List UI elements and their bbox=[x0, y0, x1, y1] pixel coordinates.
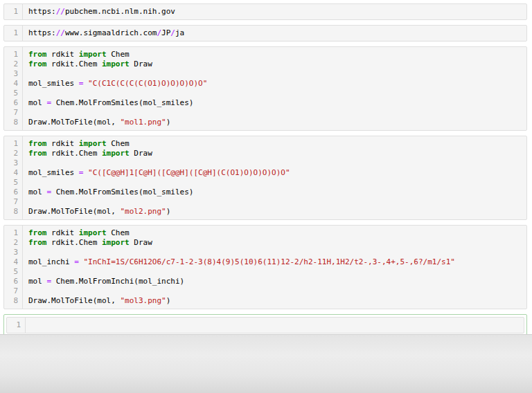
code-editor[interactable]: from rdkit import Chemfrom rdkit.Chem im… bbox=[23, 226, 526, 309]
line-number: 6 bbox=[4, 98, 18, 108]
line-number-gutter: 12345678 bbox=[4, 226, 23, 309]
line-number: 4 bbox=[4, 257, 18, 267]
code-line bbox=[28, 69, 521, 79]
code-line: mol = Chem.MolFromSmiles(mol_smiles) bbox=[28, 188, 521, 197]
code-cell[interactable]: 1https://www.sigmaaldrich.com/JP/ja bbox=[3, 25, 527, 42]
code-cell[interactable]: 12345678from rdkit import Chemfrom rdkit… bbox=[3, 225, 527, 309]
code-line: from rdkit.Chem import Draw bbox=[28, 60, 521, 69]
line-number: 6 bbox=[4, 277, 18, 286]
code-token-plain: rdkit bbox=[47, 139, 79, 148]
code-line: mol_smiles = "C(C1C(C(C(C(O1)O)O)O)O)O" bbox=[28, 79, 521, 89]
code-editor[interactable]: from rdkit import Chemfrom rdkit.Chem im… bbox=[23, 136, 526, 219]
code-token-plain: Chem.MolFromSmiles(mol_smiles) bbox=[51, 98, 193, 107]
code-line: from rdkit import Chem bbox=[28, 139, 521, 149]
code-token-keyword: from bbox=[28, 238, 47, 247]
code-token-operator: / bbox=[170, 28, 175, 37]
code-token-plain: JP bbox=[161, 28, 170, 37]
line-number: 8 bbox=[4, 207, 18, 217]
code-line bbox=[28, 178, 521, 188]
code-token-plain: rdkit bbox=[47, 50, 79, 59]
code-token-plain: Draw.MolToFile(mol, bbox=[28, 296, 120, 305]
code-token-keyword: from bbox=[28, 60, 47, 68]
code-token-plain: rdkit.Chem bbox=[47, 238, 102, 247]
code-token-plain: Chem bbox=[107, 228, 130, 237]
code-editor[interactable]: https://pubchem.ncbi.nlm.nih.gov bbox=[23, 4, 526, 19]
line-number: 1 bbox=[4, 7, 18, 17]
code-token-plain: Chem bbox=[107, 139, 130, 148]
line-number: 2 bbox=[4, 60, 18, 69]
line-number-gutter: 1 bbox=[4, 26, 23, 41]
code-token-plain: rdkit.Chem bbox=[47, 60, 102, 68]
code-token-plain: Draw bbox=[130, 149, 152, 158]
code-token-plain: www.sigmaaldrich.com bbox=[65, 28, 157, 37]
line-number: 5 bbox=[4, 267, 18, 277]
code-line: from rdkit import Chem bbox=[28, 50, 521, 60]
line-number-gutter: 12345678 bbox=[4, 136, 23, 219]
line-number-gutter: 12345678 bbox=[4, 47, 23, 130]
code-line: mol_smiles = "C([C@@H]1[C@H]([C@@H]([C@H… bbox=[28, 168, 521, 178]
line-number: 8 bbox=[4, 118, 18, 127]
code-line: mol_inchi = "InChI=1S/C6H12O6/c7-1-2-3(8… bbox=[28, 257, 521, 267]
code-line bbox=[28, 286, 521, 296]
code-token-plain: Chem bbox=[107, 50, 130, 59]
cells-container: 1https://pubchem.ncbi.nlm.nih.gov1https:… bbox=[3, 3, 527, 336]
code-token-plain: https: bbox=[28, 28, 56, 37]
code-token-keyword: from bbox=[28, 228, 47, 237]
line-number: 2 bbox=[4, 238, 18, 248]
code-token-keyword: from bbox=[28, 139, 47, 148]
notebook-area: 1https://pubchem.ncbi.nlm.nih.gov1https:… bbox=[0, 0, 532, 341]
code-cell[interactable]: 12345678from rdkit import Chemfrom rdkit… bbox=[3, 136, 527, 220]
line-number: 1 bbox=[7, 320, 21, 330]
code-line: mol = Chem.MolFromSmiles(mol_smiles) bbox=[28, 98, 521, 108]
active-cell-outline: 1 bbox=[3, 314, 527, 336]
line-number: 1 bbox=[4, 28, 18, 38]
code-editor[interactable] bbox=[26, 318, 524, 333]
line-number: 7 bbox=[4, 197, 18, 207]
code-token-operator: // bbox=[56, 28, 65, 37]
code-token-keyword: import bbox=[79, 50, 107, 59]
code-token-plain: https: bbox=[28, 7, 56, 16]
line-number: 4 bbox=[4, 168, 18, 178]
line-number: 1 bbox=[4, 139, 18, 149]
code-token-plain: mol bbox=[28, 98, 47, 107]
line-number: 5 bbox=[4, 89, 18, 98]
code-line: from rdkit.Chem import Draw bbox=[28, 149, 521, 158]
code-line bbox=[31, 320, 518, 330]
footer-gray-panel bbox=[0, 334, 532, 393]
code-token-plain: Draw.MolToFile(mol, bbox=[28, 118, 120, 127]
code-line bbox=[28, 267, 521, 277]
code-token-string: "mol3.png" bbox=[120, 296, 166, 305]
code-cell[interactable]: 1https://pubchem.ncbi.nlm.nih.gov bbox=[3, 3, 527, 20]
code-token-operator: // bbox=[56, 7, 65, 16]
code-line bbox=[28, 197, 521, 207]
code-line: mol = Chem.MolFromInchi(mol_inchi) bbox=[28, 277, 521, 286]
line-number: 7 bbox=[4, 108, 18, 118]
code-token-plain: rdkit bbox=[47, 228, 79, 237]
code-line: from rdkit import Chem bbox=[28, 228, 521, 238]
code-token-plain: mol_smiles bbox=[28, 79, 79, 88]
code-token-string: "mol1.png" bbox=[120, 118, 166, 127]
code-token-plain: mol bbox=[28, 277, 47, 286]
code-token-string: "InChI=1S/C6H12O6/c7-1-2-3(8)4(9)5(10)6(… bbox=[83, 257, 454, 266]
code-token-keyword: import bbox=[79, 228, 107, 237]
code-token-plain: mol_inchi bbox=[28, 257, 74, 266]
line-number: 3 bbox=[4, 248, 18, 257]
code-line: Draw.MolToFile(mol, "mol2.png") bbox=[28, 207, 521, 217]
code-line bbox=[28, 158, 521, 168]
code-cell[interactable]: 1 bbox=[6, 317, 524, 333]
code-token-string: "C(C1C(C(C(C(O1)O)O)O)O)O" bbox=[88, 79, 207, 88]
code-token-string: "C([C@@H]1[C@H]([C@@H]([C@H](C(O1)O)O)O)… bbox=[88, 168, 290, 177]
code-line: https://pubchem.ncbi.nlm.nih.gov bbox=[28, 7, 521, 17]
code-line: https://www.sigmaaldrich.com/JP/ja bbox=[28, 28, 521, 38]
code-cell[interactable]: 12345678from rdkit import Chemfrom rdkit… bbox=[3, 46, 527, 131]
code-editor[interactable]: https://www.sigmaaldrich.com/JP/ja bbox=[23, 26, 526, 41]
code-token-string: "mol2.png" bbox=[120, 207, 166, 216]
code-token-plain: Draw bbox=[130, 60, 152, 68]
line-number: 5 bbox=[4, 178, 18, 188]
code-token-plain: mol_smiles bbox=[28, 168, 79, 177]
code-token-keyword: import bbox=[102, 149, 130, 158]
code-editor[interactable]: from rdkit import Chemfrom rdkit.Chem im… bbox=[23, 47, 526, 130]
code-line: Draw.MolToFile(mol, "mol3.png") bbox=[28, 296, 521, 306]
code-line bbox=[28, 89, 521, 98]
line-number: 1 bbox=[4, 228, 18, 238]
